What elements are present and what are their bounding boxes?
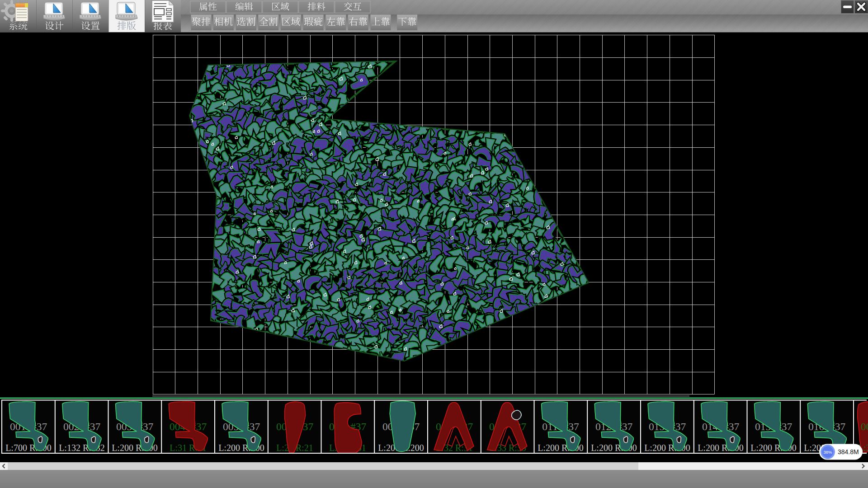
svg-text:384.8M: 384.8M [838,448,859,455]
svg-text:38%: 38% [823,450,832,455]
svg-text:00: 00 [861,421,868,432]
